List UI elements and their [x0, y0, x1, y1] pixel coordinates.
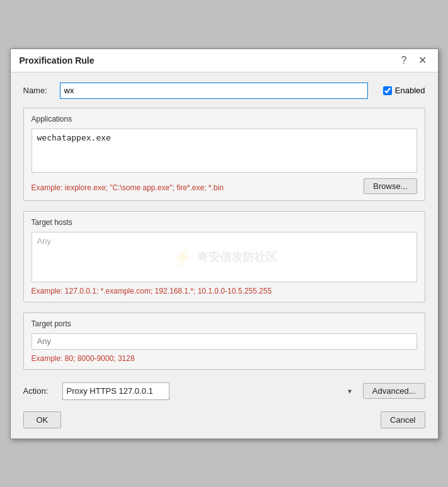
target-hosts-example: Example: 127.0.0.1; *.example.com; 192.1… — [32, 287, 272, 295]
name-label: Name: — [23, 86, 54, 95]
title-bar-controls: ? ✕ — [399, 55, 429, 66]
action-select[interactable]: Proxy HTTPS 127.0.0.1 — [62, 382, 169, 400]
browse-button[interactable]: Browse... — [364, 178, 416, 194]
name-row: Name: Enabled — [23, 83, 425, 99]
help-button[interactable]: ? — [399, 55, 410, 66]
advanced-button[interactable]: Advanced... — [363, 383, 425, 399]
close-button[interactable]: ✕ — [416, 55, 429, 66]
cancel-button[interactable]: Cancel — [381, 411, 425, 428]
port-input-row — [32, 333, 417, 350]
watermark: ⚡ 奇安信攻防社区 — [171, 246, 277, 267]
target-hosts-any: Any — [37, 236, 51, 246]
proxification-rule-dialog: Proxification Rule ? ✕ Name: Enabled App… — [10, 49, 439, 439]
name-input[interactable] — [60, 83, 368, 99]
target-ports-section: Target ports Example: 80; 8000-9000; 312… — [23, 312, 425, 370]
dialog-body: Name: Enabled Applications wechatappex.e… — [11, 72, 438, 438]
target-hosts-section: Target hosts Any ⚡ 奇安信攻防社区 Example: 127.… — [23, 211, 425, 302]
applications-section: Applications wechatappex.exe Example: ie… — [23, 108, 425, 201]
target-ports-input[interactable] — [32, 333, 417, 350]
action-row: Action: Proxy HTTPS 127.0.0.1 Advanced..… — [23, 382, 425, 400]
action-select-wrapper: Proxy HTTPS 127.0.0.1 — [62, 382, 357, 400]
applications-title: Applications — [32, 115, 417, 123]
ok-button[interactable]: OK — [23, 411, 62, 428]
applications-textarea[interactable]: wechatappex.exe — [32, 129, 417, 173]
applications-example: Example: iexplore.exe; "C:\some app.exe"… — [32, 183, 224, 192]
action-label: Action: — [23, 386, 56, 396]
target-hosts-wrapper: Any ⚡ 奇安信攻防社区 — [32, 232, 417, 282]
dialog-title: Proxification Rule — [20, 55, 95, 66]
title-bar: Proxification Rule ? ✕ — [11, 49, 438, 72]
enabled-label: Enabled — [395, 86, 425, 95]
target-ports-example: Example: 80; 8000-9000; 3128 — [32, 354, 135, 363]
enabled-area: Enabled — [383, 86, 425, 95]
bottom-row: OK Cancel — [23, 411, 425, 428]
target-ports-title: Target ports — [32, 319, 417, 328]
target-hosts-title: Target hosts — [32, 218, 417, 227]
enabled-checkbox[interactable] — [383, 86, 392, 95]
